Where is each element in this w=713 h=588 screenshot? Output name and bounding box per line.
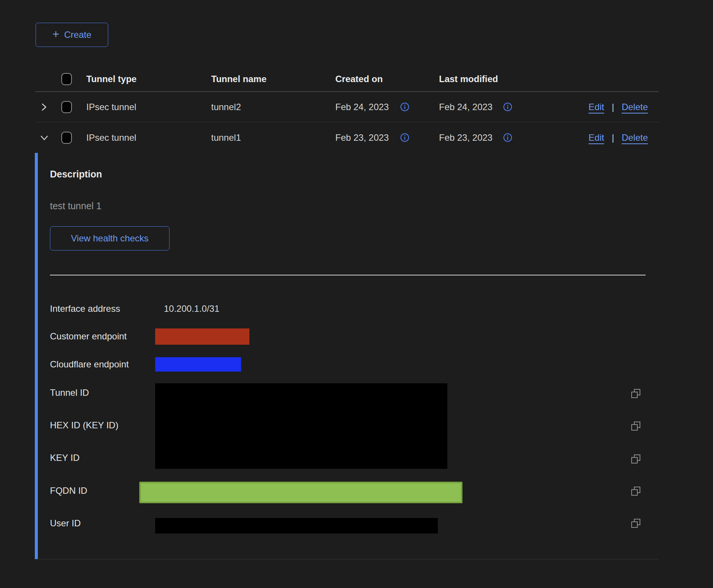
tunnel-id-label: Tunnel ID <box>50 387 89 398</box>
section-divider <box>50 275 646 275</box>
select-all-checkbox[interactable] <box>61 73 72 85</box>
fqdn-id-redacted-value <box>139 482 462 503</box>
interface-address-label: Interface address <box>50 303 120 314</box>
copy-icon[interactable] <box>630 421 641 431</box>
edit-link[interactable]: Edit <box>588 102 604 112</box>
last-modified-cell: Feb 23, 2023 <box>439 132 492 143</box>
chevron-right-icon[interactable] <box>39 102 49 112</box>
header-tunnel-name: Tunnel name <box>211 74 335 84</box>
copy-icon[interactable] <box>630 454 641 464</box>
view-health-checks-button[interactable]: View health checks <box>50 226 170 250</box>
customer-endpoint-label: Customer endpoint <box>50 331 127 342</box>
description-label: Description <box>50 169 102 180</box>
info-icon[interactable] <box>503 102 512 112</box>
copy-icon[interactable] <box>630 486 641 496</box>
tunnel-type-cell: IPsec tunnel <box>86 102 211 112</box>
header-created-on: Created on <box>335 74 439 84</box>
delete-link[interactable]: Delete <box>622 132 648 143</box>
row-checkbox[interactable] <box>61 132 72 144</box>
created-on-cell: Feb 23, 2023 <box>335 132 389 143</box>
info-icon[interactable] <box>400 133 409 142</box>
header-last-modified: Last modified <box>439 74 659 84</box>
actions-separator: | <box>612 132 614 143</box>
tunnel-name-cell: tunnel1 <box>211 132 335 143</box>
plus-icon: + <box>52 28 59 40</box>
user-id-label: User ID <box>50 518 81 529</box>
customer-endpoint-redacted-value <box>155 328 249 345</box>
cloudflare-endpoint-redacted-value <box>155 357 241 372</box>
ids-redacted-value <box>155 383 447 469</box>
info-icon[interactable] <box>503 133 512 142</box>
table-row: IPsec tunnel tunnel2 Feb 24, 2023 Feb 24… <box>35 92 659 122</box>
interface-address-value: 10.200.1.0/31 <box>164 303 220 314</box>
description-value: test tunnel 1 <box>50 201 101 212</box>
actions-separator: | <box>612 102 614 112</box>
created-on-cell: Feb 24, 2023 <box>335 102 389 112</box>
key-id-label: KEY ID <box>50 453 79 463</box>
copy-icon[interactable] <box>630 518 641 529</box>
last-modified-cell: Feb 24, 2023 <box>439 102 492 112</box>
header-tunnel-type: Tunnel type <box>86 74 211 84</box>
hex-id-label: HEX ID (KEY ID) <box>50 420 118 431</box>
create-button-label: Create <box>64 30 92 40</box>
info-icon[interactable] <box>400 102 409 112</box>
create-button[interactable]: + Create <box>36 23 108 47</box>
table-header: Tunnel type Tunnel name Created on Last … <box>35 67 659 92</box>
fqdn-id-label: FQDN ID <box>50 485 87 496</box>
chevron-down-icon[interactable] <box>39 132 50 143</box>
table-row: IPsec tunnel tunnel1 Feb 23, 2023 Feb 23… <box>35 122 659 153</box>
user-id-redacted-value <box>155 518 438 534</box>
tunnel-name-cell: tunnel2 <box>211 102 335 112</box>
delete-link[interactable]: Delete <box>622 102 648 112</box>
copy-icon[interactable] <box>630 388 641 399</box>
tunnel-type-cell: IPsec tunnel <box>86 132 211 143</box>
row-checkbox[interactable] <box>61 101 72 113</box>
edit-link[interactable]: Edit <box>588 132 604 143</box>
tunnel-detail-panel: Description test tunnel 1 View health ch… <box>35 153 659 559</box>
cloudflare-endpoint-label: Cloudflare endpoint <box>50 359 129 370</box>
